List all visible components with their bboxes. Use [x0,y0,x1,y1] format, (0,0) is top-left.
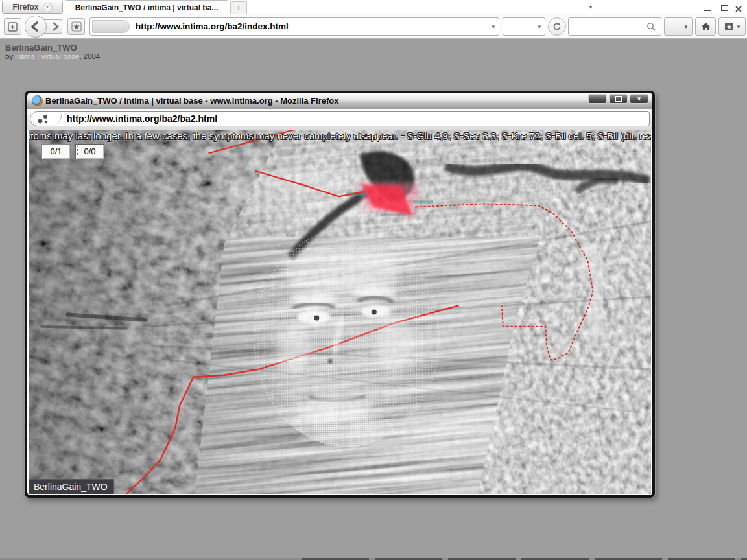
firefox-menu-button[interactable]: Firefox ▾ [2,1,63,14]
back-forward-group [25,16,64,38]
popup-address-bar[interactable]: http://www.intima.org/ba2/ba2.html [30,111,650,126]
list-tabs-caret-icon[interactable]: ▾ [582,3,599,12]
tab-strip: Firefox ▾ BerlinaGain_TWO / intima | vir… [0,0,747,14]
bookmark-star-icon [68,19,84,34]
site-identity-button[interactable] [92,20,130,33]
reload-icon [549,18,565,35]
popup-window: BerlinaGain_TWO / intima | virtual base … [25,91,655,498]
navigation-toolbar: http://www.intima.org/ba2/index.html ▾ ▾… [0,14,747,39]
forward-icon [44,20,62,33]
reload-button[interactable] [548,18,566,36]
popup-close-button[interactable]: x [630,94,648,104]
bookmarks-panel-icon: ▾ [719,18,745,35]
address-bar[interactable]: http://www.intima.org/ba2/index.html ▾ [89,18,499,36]
tab-title: BerlinaGain_TWO / intima | virtual ba... [75,3,219,12]
chevron-down-icon: ▾ [43,3,53,12]
counter-buttons: 0/1 0/0 [42,144,104,159]
firefox-logo-icon [32,95,43,106]
page-byline: by intima | virtual base, 2004 [5,52,100,60]
forward-button[interactable] [44,19,62,34]
tab-groups-icon [5,19,21,34]
popup-maximize-button[interactable] [609,94,628,104]
search-input[interactable] [568,18,661,36]
byline-link[interactable]: intima | virtual base [15,52,79,60]
home-icon [696,18,715,35]
byline-year: , 2004 [79,52,100,60]
popup-minimize-button[interactable]: – [588,94,607,104]
popup-address-text[interactable]: http://www.intima.org/ba2/ba2.html [67,112,217,126]
home-button[interactable] [695,18,716,36]
site-dots-icon [36,113,51,125]
back-icon [25,16,46,37]
popup-location-row: http://www.intima.org/ba2/ba2.html [27,109,652,130]
firefox-menu-label: Firefox [12,3,38,12]
counter-button-2[interactable]: 0/0 [75,144,104,159]
address-dropdown-caret-icon[interactable]: ▾ [492,18,495,35]
maximize-icon [615,96,622,102]
window-restore-button[interactable] [717,2,731,12]
back-button[interactable] [25,16,47,38]
popup-content: ptoms may last longer. In a few cases, t… [27,130,652,495]
popup-window-title: BerlinaGain_TWO / intima | virtual base … [45,93,338,109]
history-dropdown[interactable]: ▾ [503,18,545,36]
map-viewport[interactable]: ptoms may last longer. In a few cases, t… [29,130,651,494]
address-text[interactable]: http://www.intima.org/ba2/index.html [136,18,289,35]
tab-groups-button[interactable] [4,18,21,35]
bookmarks-menu-button[interactable]: ▾ [718,18,746,36]
restore-icon [721,5,728,11]
byline-by: by [5,52,15,60]
distorted-aerial-map[interactable] [29,130,651,494]
minimize-icon [704,10,711,11]
counter-button-1[interactable]: 0/1 [42,144,71,159]
page-title: BerlinaGain_TWO [5,43,77,52]
popup-window-controls: – x [588,94,648,104]
bookmarks-caret-icon: ▾ [737,23,741,30]
status-badge: BerlinaGain_TWO [29,479,114,494]
identity-divider [53,111,62,126]
history-dropdown-caret-icon: ▾ [538,18,541,35]
dropdown-caret-icon: ▾ [684,23,687,30]
bookmark-star-button[interactable] [67,18,85,35]
close-icon [735,5,742,13]
popup-title-bar[interactable]: BerlinaGain_TWO / intima | virtual base … [27,93,652,109]
window-minimize-button[interactable] [700,2,715,12]
tab-active[interactable]: BerlinaGain_TWO / intima | virtual ba... [65,0,228,14]
search-icon[interactable] [646,22,656,32]
new-tab-button[interactable]: + [230,1,247,14]
search-engine-dropdown[interactable]: ▾ [664,18,693,36]
window-close-button[interactable] [731,2,746,12]
screen: Firefox ▾ BerlinaGain_TWO / intima | vir… [0,0,747,560]
